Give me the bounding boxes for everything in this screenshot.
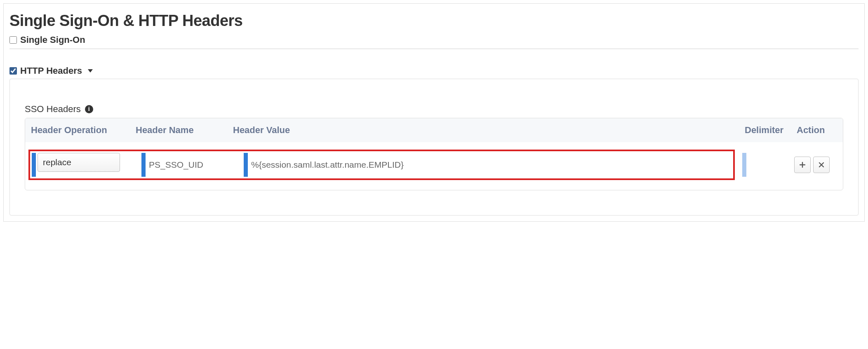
table-header-row: Header Operation Header Name Header Valu… [25,118,843,142]
action-cell [794,157,840,173]
col-header-delimiter: Delimiter [742,123,792,137]
single-sign-on-label: Single Sign-On [20,35,85,45]
sso-headers-title-row: SSO Headers i [25,104,843,115]
name-cell [141,153,236,177]
active-indicator-icon [244,153,248,177]
active-indicator-icon [141,153,146,177]
page-title: Single Sign-On & HTTP Headers [9,12,859,30]
highlighted-fields: replace [28,150,735,180]
sso-headers-table: Header Operation Header Name Header Valu… [25,118,843,190]
collapse-toggle-icon[interactable] [88,69,93,73]
operation-cell: replace [32,153,134,177]
remove-row-button[interactable] [813,157,830,173]
active-indicator-icon [32,153,36,177]
col-header-action: Action [794,123,840,137]
delimiter-cell [742,153,792,177]
header-operation-select[interactable]: replace [38,153,120,172]
http-headers-label: HTTP Headers [20,66,82,76]
value-cell [244,153,732,177]
single-sign-on-row: Single Sign-On [9,35,859,49]
http-headers-checkbox[interactable] [9,67,17,75]
header-operation-value: replace [43,157,71,167]
add-row-button[interactable] [794,157,811,173]
sso-headers-title: SSO Headers [25,104,81,115]
col-header-value: Header Value [231,123,740,137]
header-name-input[interactable] [146,153,236,177]
single-sign-on-checkbox[interactable] [9,36,17,44]
info-icon[interactable]: i [85,105,93,113]
header-value-input[interactable] [248,153,732,177]
config-panel: Single Sign-On & HTTP Headers Single Sig… [3,3,865,222]
col-header-name: Header Name [133,123,228,137]
http-headers-panel: SSO Headers i Header Operation Header Na… [9,79,859,215]
delimiter-input[interactable] [746,153,792,177]
inactive-indicator-icon [742,153,746,177]
table-row: replace [25,142,843,190]
http-headers-row: HTTP Headers [9,66,859,76]
col-header-operation: Header Operation [28,123,131,137]
